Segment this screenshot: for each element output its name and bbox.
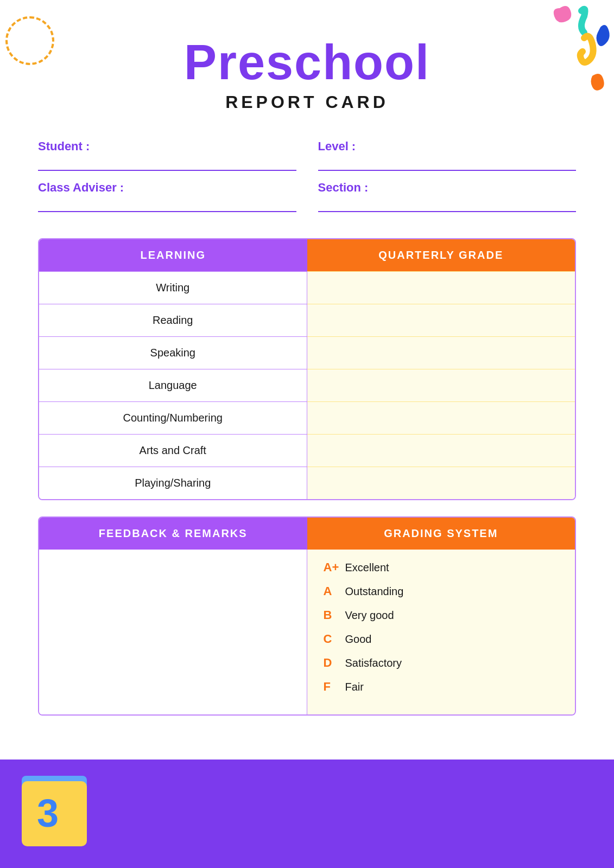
- table-row: Reading: [39, 304, 307, 336]
- grade-cell[interactable]: [307, 336, 575, 369]
- grade-row: FFair: [324, 680, 559, 694]
- grading-system-header: GRADING SYSTEM: [307, 518, 575, 550]
- table-row: Arts and Craft: [39, 434, 307, 467]
- section-label: Section :: [318, 181, 369, 195]
- grade-description: Very good: [345, 609, 394, 622]
- grade-cell[interactable]: [307, 434, 575, 467]
- grade-cell[interactable]: [307, 304, 575, 336]
- info-section: Student : Class Adviser : Level : Sec: [38, 139, 576, 222]
- student-input-line[interactable]: [38, 156, 296, 171]
- grade-cell[interactable]: [307, 467, 575, 499]
- grade-letter: C: [324, 632, 345, 646]
- info-left-column: Student : Class Adviser :: [38, 139, 296, 222]
- grade-description: Good: [345, 633, 372, 646]
- grade-row: AOutstanding: [324, 584, 559, 598]
- level-input-line[interactable]: [318, 156, 577, 171]
- feedback-body[interactable]: [39, 550, 307, 714]
- grade-cell[interactable]: [307, 271, 575, 304]
- info-right-column: Level : Section :: [318, 139, 577, 222]
- learning-table: LEARNING QUARTERLY GRADE WritingReadingS…: [38, 238, 576, 500]
- feedback-header: FEEDBACK & REMARKS: [39, 518, 307, 550]
- learning-header: LEARNING: [39, 239, 307, 271]
- grade-letter: D: [324, 656, 345, 670]
- class-adviser-input-line[interactable]: [38, 197, 296, 212]
- grade-row: DSatisfactory: [324, 656, 559, 670]
- grade-row: A+Excellent: [324, 560, 559, 575]
- learning-table-section: LEARNING QUARTERLY GRADE WritingReadingS…: [38, 238, 576, 500]
- grade-row: CGood: [324, 632, 559, 646]
- grade-cell[interactable]: [307, 401, 575, 434]
- grade-description: Satisfactory: [345, 657, 402, 669]
- grade-description: Outstanding: [345, 585, 404, 598]
- grade-letter: F: [324, 680, 345, 694]
- section-field: Section :: [318, 181, 577, 212]
- grade-row: BVery good: [324, 608, 559, 622]
- toy-block-number: 3: [37, 791, 59, 835]
- student-field: Student :: [38, 139, 296, 171]
- table-row: Playing/Sharing: [39, 467, 307, 499]
- deco-shapes-top-right: [484, 0, 614, 108]
- grade-letter: B: [324, 608, 345, 622]
- table-row: Writing: [39, 271, 307, 304]
- grade-letter: A+: [324, 560, 345, 575]
- table-row: Counting/Numbering: [39, 401, 307, 434]
- bottom-grid: FEEDBACK & REMARKS GRADING SYSTEM A+Exce…: [38, 516, 576, 716]
- level-label: Level :: [318, 139, 356, 154]
- page: Preschool REPORT CARD Student : Class Ad…: [0, 0, 614, 868]
- quarterly-grade-header: QUARTERLY GRADE: [307, 239, 575, 271]
- section-input-line[interactable]: [318, 197, 577, 212]
- grade-description: Fair: [345, 681, 364, 693]
- deco-circle: [5, 16, 54, 65]
- student-label: Student :: [38, 139, 90, 154]
- table-row: Language: [39, 369, 307, 401]
- grade-letter: A: [324, 584, 345, 598]
- class-adviser-field: Class Adviser :: [38, 181, 296, 212]
- toy-block-decoration: 3: [22, 770, 98, 846]
- bottom-section: FEEDBACK & REMARKS GRADING SYSTEM A+Exce…: [38, 516, 576, 716]
- grade-cell[interactable]: [307, 369, 575, 401]
- grade-description: Excellent: [345, 561, 389, 574]
- table-row: Speaking: [39, 336, 307, 369]
- grading-body: A+ExcellentAOutstandingBVery goodCGoodDS…: [307, 550, 575, 714]
- class-adviser-label: Class Adviser :: [38, 181, 124, 195]
- level-field: Level :: [318, 139, 577, 171]
